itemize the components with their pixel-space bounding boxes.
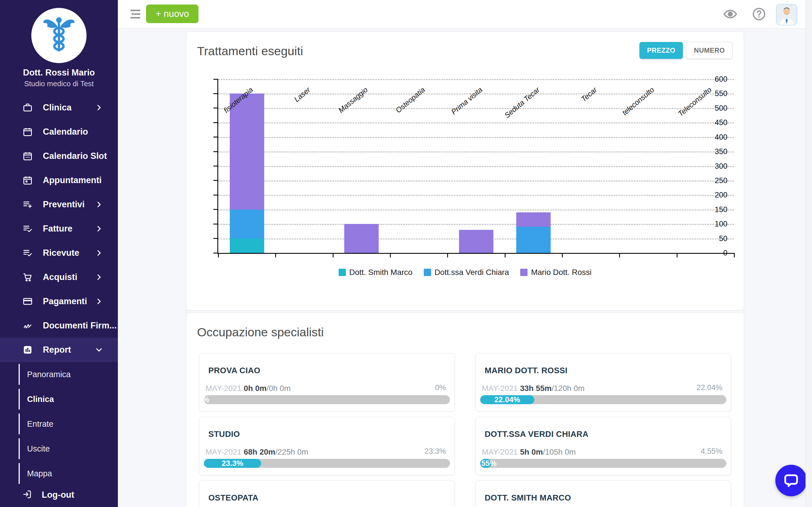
sidebar-item-calendario[interactable]: Calendario xyxy=(0,120,118,144)
submenu-item-entrate[interactable]: Entrate xyxy=(0,411,118,436)
progress-bar: 22.04% xyxy=(480,395,726,404)
legend-swatch xyxy=(424,269,431,276)
specialist-name: MARIO DOTT. ROSSI xyxy=(485,366,567,375)
sidebar-item-fatture[interactable]: Fatture xyxy=(0,217,118,241)
app-window: Dott. Rossi Mario Studio medico di Test … xyxy=(0,0,812,507)
bar-chart-icon xyxy=(22,344,33,355)
occupancy-hours: MAY-2021 0h 0m/0h 0m xyxy=(206,384,291,393)
progress-bar: 0% xyxy=(204,395,450,404)
y-axis-tick xyxy=(213,136,218,137)
legend-swatch xyxy=(520,269,527,276)
x-axis-tick xyxy=(390,253,391,258)
x-axis-label: Massaggio xyxy=(337,86,369,115)
y-axis-label: 50 xyxy=(719,234,727,243)
y-axis-label: 350 xyxy=(715,147,727,156)
calendar-slots-icon xyxy=(22,151,33,162)
sidebar-item-documenti-firmati[interactable]: Documenti Firm... xyxy=(0,314,118,338)
occupancy-grid: PROVA CIAOMAY-2021 0h 0m/0h 0m0%0%MARIO … xyxy=(199,353,731,507)
y-axis-tick xyxy=(213,166,218,166)
x-axis-label: Laser xyxy=(292,86,312,104)
sidebar-item-clinica[interactable]: Clinica xyxy=(0,96,118,120)
bar-segment xyxy=(516,212,551,227)
y-axis-label: 550 xyxy=(715,89,727,98)
specialist-occupancy-card: DOTT.SSA VERDI CHIARAMAY-2021 5h 0m/105h… xyxy=(475,417,731,475)
x-axis-tick xyxy=(562,253,563,258)
eye-icon[interactable] xyxy=(723,7,738,21)
collapse-sidebar-icon[interactable] xyxy=(129,7,142,21)
scrollbar[interactable] xyxy=(806,0,812,507)
toggle-numero-button[interactable]: NUMERO xyxy=(686,42,732,59)
chat-bubble-icon xyxy=(783,473,799,489)
chat-widget-button[interactable] xyxy=(775,465,807,496)
help-icon[interactable] xyxy=(752,7,766,21)
sidebar-item-pagamenti[interactable]: Pagamenti xyxy=(0,289,118,314)
x-axis-tick xyxy=(333,253,334,258)
y-axis-tick xyxy=(213,108,218,108)
gridline xyxy=(218,137,734,138)
y-axis-tick xyxy=(213,252,218,253)
occupancy-percent: 22.04% xyxy=(696,383,722,392)
y-axis-label: 250 xyxy=(715,176,727,185)
legend-item[interactable]: Dott.ssa Verdi Chiara xyxy=(424,268,509,277)
x-axis-tick xyxy=(275,253,276,258)
progress-label: 23.3% xyxy=(221,459,243,468)
y-axis-label: 400 xyxy=(715,133,727,142)
sidebar-item-preventivi[interactable]: Preventivi xyxy=(0,192,118,217)
y-axis-tick xyxy=(213,180,218,181)
x-axis-tick xyxy=(447,253,448,258)
chevron-right-icon xyxy=(95,224,103,233)
doctor-name: Dott. Rossi Mario xyxy=(0,68,118,78)
logout-button[interactable]: Log-out xyxy=(0,482,118,507)
sidebar-item-calendario-slot[interactable]: Calendario Slot xyxy=(0,144,118,168)
treatments-card: Trattamenti eseguiti PREZZO NUMERO 05010… xyxy=(186,32,744,311)
submenu-item-clinica[interactable]: Clinica xyxy=(0,387,118,411)
progress-label: 22.04% xyxy=(494,395,520,404)
stacked-bar-chart: 050100150200250300350400450500550600fisi… xyxy=(217,79,734,254)
new-button[interactable]: + nuovo xyxy=(146,4,199,23)
sidebar-item-appuntamenti[interactable]: Appuntamenti xyxy=(0,168,118,192)
list-plus-icon xyxy=(22,199,33,210)
progress-label: 0% xyxy=(204,395,209,404)
legend-item[interactable]: Mario Dott. Rossi xyxy=(520,268,592,277)
toggle-prezzo-button[interactable]: PREZZO xyxy=(640,42,683,59)
bar-segment xyxy=(459,230,493,253)
gridline xyxy=(218,210,734,210)
y-axis-tick xyxy=(213,122,218,123)
user-avatar[interactable] xyxy=(776,4,797,25)
specialist-name: DOTT. SMITH MARCO xyxy=(485,493,571,503)
sidebar-item-report[interactable]: Report xyxy=(0,338,118,362)
submenu-item-uscite[interactable]: Uscite xyxy=(0,436,118,461)
sidebar-item-ricevute[interactable]: Ricevute xyxy=(0,241,118,265)
x-axis-label: Seduta Tecar xyxy=(503,86,542,120)
legend-item[interactable]: Dott. Smith Marco xyxy=(339,268,412,277)
caduceus-logo-icon xyxy=(31,8,87,63)
gridline xyxy=(218,180,734,181)
occupancy-percent: 4.55% xyxy=(701,447,722,456)
x-axis-label: teleconsulto xyxy=(620,86,656,117)
specialist-occupancy-card: MARIO DOTT. ROSSIMAY-2021 33h 55m/120h 0… xyxy=(475,353,731,411)
bar-segment xyxy=(230,210,264,238)
occupancy-hours: MAY-2021 68h 20m/225h 0m xyxy=(206,448,308,457)
sidebar-item-acquisti[interactable]: Acquisti xyxy=(0,265,118,289)
specialist-name: STUDIO xyxy=(208,430,240,439)
chevron-right-icon xyxy=(95,103,103,112)
x-axis-tick xyxy=(734,253,735,258)
specialist-name: PROVA CIAO xyxy=(208,366,260,375)
bar-segment xyxy=(230,94,264,209)
specialist-occupancy-card: PROVA CIAOMAY-2021 0h 0m/0h 0m0%0% xyxy=(199,353,455,411)
legend-swatch xyxy=(339,269,346,276)
specialist-name: DOTT.SSA VERDI CHIARA xyxy=(485,430,589,439)
y-axis-tick xyxy=(213,209,218,210)
submenu-item-panoramica[interactable]: Panoramica xyxy=(0,362,118,387)
signature-icon xyxy=(22,320,33,331)
gridline xyxy=(218,224,734,225)
chevron-right-icon xyxy=(95,249,103,257)
y-axis-tick xyxy=(213,151,218,152)
occupancy-hours: MAY-2021 33h 55m/120h 0m xyxy=(482,384,585,393)
progress-bar: 4.55% xyxy=(480,459,726,468)
shopping-cart-icon xyxy=(22,272,33,283)
y-axis-label: 500 xyxy=(715,104,727,112)
chevron-right-icon xyxy=(95,200,103,209)
gridline xyxy=(218,195,734,196)
occupancy-card: Occupazione specialisti PROVA CIAOMAY-20… xyxy=(186,313,744,507)
